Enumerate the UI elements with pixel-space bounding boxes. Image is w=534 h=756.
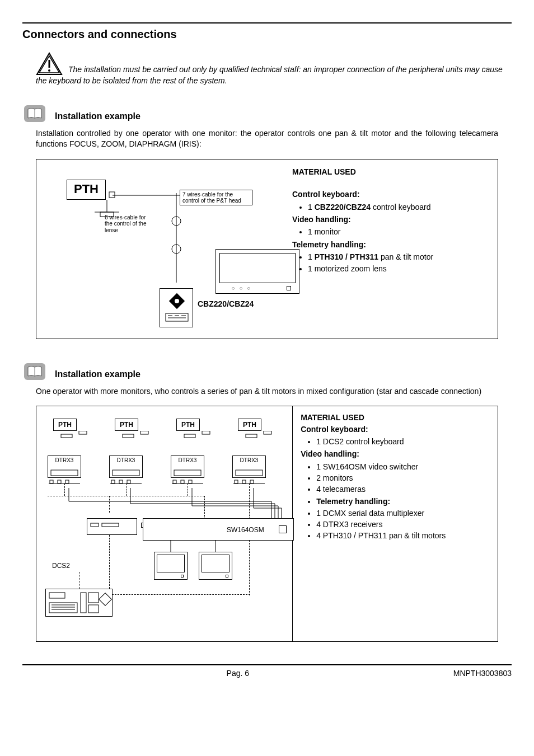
ck-item-2: 1 DCS2 control keyboard [316, 436, 490, 447]
th1-prefix: 1 [308, 252, 315, 261]
svg-rect-63 [99, 593, 112, 606]
ck-item-prefix: 1 [308, 203, 315, 212]
footer-page-number: Pag. 6 [22, 669, 453, 678]
monitor-small-1 [154, 552, 188, 580]
example1-body: Installation controlled by one operator … [36, 128, 498, 150]
vh-item-c: 4 telecameras [316, 483, 490, 495]
installation-example1-header: Installation example [22, 104, 512, 124]
svg-rect-56 [49, 603, 77, 613]
th-item1: 1 PTH310 / PTH311 pan & tilt motor [308, 251, 489, 262]
pth-block-4: PTH [238, 419, 261, 431]
ck-list-2: 1 DCS2 control keyboard [301, 436, 490, 447]
svg-rect-30 [264, 431, 271, 434]
book-icon [22, 104, 47, 124]
page-footer: Pag. 6 MNPTH3003803 [22, 664, 512, 678]
telemetry-handling-list: 1 PTH310 / PTH311 pan & tilt motor 1 mot… [292, 251, 489, 275]
wire6-label: 6 wires-cable for the control of the len… [105, 214, 155, 234]
monitor-block: ○ ○ ○ [216, 249, 299, 294]
vh-heading-2: Video handling: [301, 448, 490, 459]
svg-rect-29 [202, 431, 210, 434]
th-heading-2: Telemetry handling: [316, 496, 490, 507]
svg-rect-10 [109, 192, 115, 198]
warning-paragraph: The installation must be carried out onl… [36, 52, 512, 87]
vh-item-b: 2 monitors [316, 472, 490, 483]
installation-example2-header: Installation example [22, 361, 512, 382]
page: Connectors and connections The installat… [0, 0, 534, 694]
svg-point-3 [48, 69, 50, 72]
svg-rect-32 [113, 470, 139, 476]
warning-text: The installation must be carried out onl… [36, 65, 503, 85]
figure2-box: PTH PTH PTH PTH DTRX3 D [36, 406, 498, 642]
vh-item-a: 1 SW164OSM video switcher [316, 461, 490, 472]
keyboard-block [160, 288, 193, 327]
dcs2-label: DCS2 [52, 562, 70, 570]
control-keyboard-list: 1 CBZ220/CBZ24 control keyboard [292, 201, 489, 213]
figure1-box: PTH 7 wires-cable for the control of the… [36, 159, 498, 339]
control-keyboard-heading: Control keyboard: [292, 189, 489, 200]
monitor-connect-lines [148, 541, 243, 554]
dcs2-block [45, 589, 113, 617]
svg-rect-55 [49, 593, 65, 598]
section-title: Connectors and connections [22, 28, 512, 41]
svg-rect-61 [88, 593, 99, 603]
svg-rect-34 [236, 470, 263, 476]
monitor-small-2 [199, 552, 232, 580]
ck-heading-2: Control keyboard: [301, 424, 490, 435]
svg-rect-16 [166, 313, 188, 321]
svg-rect-60 [81, 593, 86, 613]
th-item-b: 4 DTRX3 receivers [316, 519, 490, 530]
th1-suffix: pan & tilt motor [378, 252, 433, 261]
footer-doc-id: MNPTH3003803 [453, 669, 512, 678]
pth-block-1: PTH [53, 419, 77, 431]
svg-point-15 [175, 299, 179, 303]
ck-item-suffix: control keyboard [371, 203, 430, 212]
figure1-diagram: PTH 7 wires-cable for the control of the… [36, 159, 288, 339]
vh-item: 1 monitor [308, 226, 489, 237]
example1-heading: Installation example [55, 111, 140, 124]
svg-rect-25 [184, 434, 195, 438]
video-handling-list: 1 monitor [292, 226, 489, 237]
top-border-rule [22, 22, 512, 24]
svg-rect-27 [79, 431, 87, 434]
telemetry-handling-heading: Telemetry handling: [292, 239, 489, 250]
dashed-sw-to-dcs2 [109, 594, 250, 595]
svg-rect-28 [140, 431, 148, 434]
figure2-diagram: PTH PTH PTH PTH DTRX3 D [36, 406, 293, 641]
figure1-material-used: MATERIAL USED Control keyboard: 1 CBZ220… [288, 159, 498, 339]
svg-rect-31 [51, 470, 78, 476]
svg-rect-33 [174, 470, 201, 476]
material-used-heading-2: MATERIAL USED [301, 412, 490, 423]
book-icon [22, 361, 47, 382]
example2-body: One operator with more monitors, who con… [36, 386, 498, 397]
th1-bold: PTH310 / PTH311 [315, 252, 378, 261]
pth-block-3: PTH [176, 419, 200, 431]
video-handling-heading: Video handling: [292, 214, 489, 225]
solid-video-lines [36, 479, 305, 546]
th-item2: 1 motorized zoom lens [308, 263, 489, 274]
svg-rect-24 [123, 434, 134, 438]
warning-triangle-icon [36, 52, 63, 76]
material-used-heading: MATERIAL USED [292, 166, 489, 177]
th-list-2: Telemetry handling: 1 DCMX serial data m… [301, 496, 490, 541]
svg-rect-23 [61, 434, 72, 438]
example2-heading: Installation example [55, 369, 140, 382]
ck-item-bold: CBZ220/CBZ24 [315, 203, 371, 212]
ck-item: 1 CBZ220/CBZ24 control keyboard [308, 201, 489, 213]
keyboard-label: CBZ220/CBZ24 [198, 299, 254, 308]
pth-block-2: PTH [115, 419, 138, 431]
figure2-material-used: MATERIAL USED Control keyboard: 1 DCS2 c… [293, 406, 498, 641]
diagram-vertical-wire [154, 193, 199, 288]
th-item-a: 1 DCMX serial data multiplexer [316, 508, 490, 519]
svg-rect-26 [246, 434, 257, 438]
dashed-dcs2-up [79, 572, 79, 589]
th-item-c: 4 PTH310 / PTH311 pan & tilt motors [316, 530, 490, 541]
svg-rect-62 [88, 605, 99, 613]
pth-bases [48, 431, 294, 448]
vh-list-2: 1 SW164OSM video switcher 2 monitors 4 t… [301, 461, 490, 495]
